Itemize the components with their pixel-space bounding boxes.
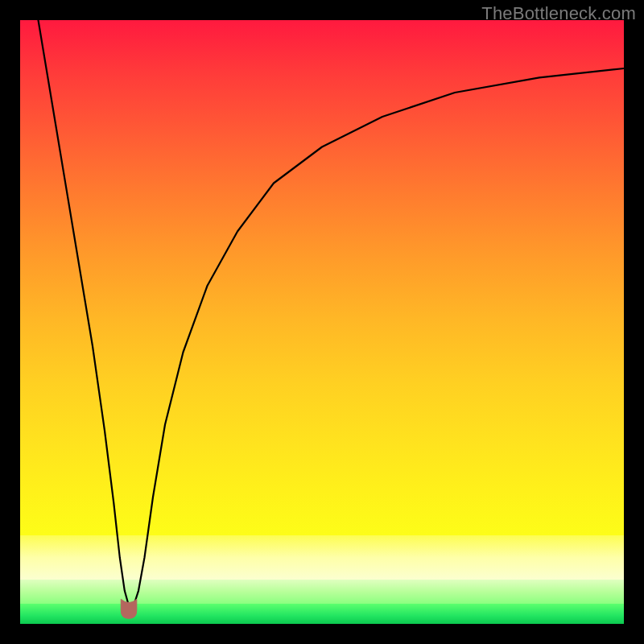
plot-area bbox=[20, 20, 624, 624]
gradient-band-yellow bbox=[20, 447, 624, 535]
gradient-band-green bbox=[20, 604, 624, 624]
gradient-band-lightgreen bbox=[20, 580, 624, 604]
gradient-band-pale bbox=[20, 535, 624, 580]
figure-frame: TheBottleneck.com bbox=[0, 0, 644, 644]
watermark-text: TheBottleneck.com bbox=[481, 3, 636, 24]
gradient-band-red-orange bbox=[20, 20, 624, 447]
